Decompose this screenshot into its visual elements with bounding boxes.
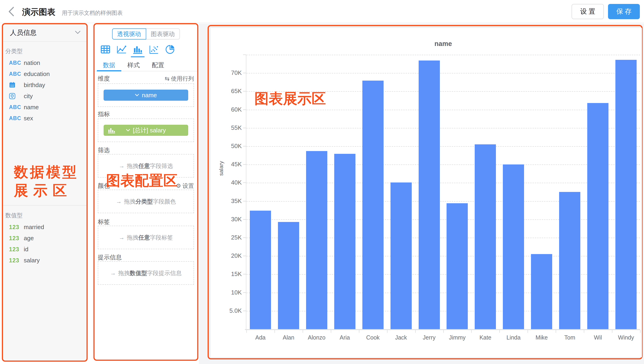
x-tick (302, 330, 303, 333)
field-item-education[interactable]: ABCeducation (3, 68, 86, 79)
mode-tab-透视驱动[interactable]: 透视驱动 (112, 28, 146, 40)
y-tick (243, 274, 246, 274)
field-name: education (24, 70, 50, 78)
use-row-col-action[interactable]: ⇆使用行列 (165, 75, 194, 82)
bar-Cook[interactable] (362, 81, 384, 329)
bar-Ada[interactable] (250, 211, 271, 329)
table-chart-icon[interactable] (100, 44, 111, 55)
top-header: 演示图表 用于演示文档的样例图表 设 置 保 存 (0, 0, 644, 23)
bar-Kate[interactable] (475, 144, 496, 329)
filter-dropzone[interactable]: →拖拽任意字段筛选 (98, 154, 194, 177)
calendar-icon (9, 82, 24, 88)
metric-dropzone[interactable]: [总计] salary (98, 118, 194, 142)
x-tick (443, 330, 444, 333)
field-item-city[interactable]: city (3, 91, 86, 102)
x-tick (274, 330, 275, 333)
metric-section-label: 指标 (98, 110, 110, 118)
mode-tab-图表驱动[interactable]: 图表驱动 (146, 28, 180, 40)
field-item-id[interactable]: 123id (3, 244, 86, 255)
bar-Jerry[interactable] (419, 61, 440, 329)
bar-Linda[interactable] (503, 164, 524, 329)
x-tick (528, 330, 528, 333)
bar-Jack[interactable] (390, 183, 412, 329)
arrow-right-icon: → (119, 163, 124, 169)
y-tick-label: 35K (210, 198, 242, 205)
chevron-down-icon (135, 94, 139, 97)
dimension-dropzone[interactable]: name (98, 83, 194, 107)
tab-数据[interactable]: 数据 (97, 59, 121, 71)
x-category-label: Kate (471, 334, 500, 341)
swap-icon: ⇆ (165, 75, 170, 82)
field-name: age (24, 235, 34, 242)
field-type-label: 数值型 (3, 206, 86, 222)
text-field-icon: ABC (9, 115, 24, 121)
page-subtitle: 用于演示文档的样例图表 (62, 9, 123, 17)
field-name: name (24, 104, 39, 111)
gridline (246, 55, 640, 55)
field-item-married[interactable]: 123married (3, 222, 86, 233)
color-dropzone[interactable]: →拖拽分类型字段颜色 (98, 190, 194, 213)
y-tick-label: 30K (210, 216, 242, 223)
bar-chart-icon[interactable] (132, 44, 144, 55)
dataset-selector[interactable]: 人员信息 (3, 24, 86, 42)
x-category-label: Jack (387, 334, 415, 341)
y-tick-label: 50K (210, 142, 242, 150)
field-item-age[interactable]: 123age (3, 233, 86, 244)
dimension-pill-name[interactable]: name (104, 90, 188, 101)
tab-配置[interactable]: 配置 (146, 59, 170, 71)
bar-Mike[interactable] (531, 254, 552, 329)
scatter-chart-icon[interactable] (148, 44, 160, 55)
pie-chart-icon[interactable] (164, 44, 176, 55)
x-category-label: Aria (331, 334, 359, 341)
field-name: birthday (24, 82, 45, 89)
bar-Alonzo[interactable] (306, 151, 327, 329)
field-item-name[interactable]: ABCname (3, 102, 86, 113)
back-icon[interactable] (7, 6, 16, 17)
field-item-nation[interactable]: ABCnation (3, 57, 86, 68)
numeric-field-icon: 123 (9, 224, 24, 231)
bar-Wil[interactable] (587, 103, 608, 329)
x-category-label: Mike (528, 334, 556, 341)
y-tick (243, 55, 246, 55)
bar-Jimmy[interactable] (446, 203, 468, 329)
numeric-field-icon: 123 (9, 257, 24, 264)
x-tick (415, 330, 416, 333)
bar-Tom[interactable] (559, 192, 580, 329)
y-tick (243, 109, 246, 110)
x-axis-line (245, 329, 640, 330)
line-chart-icon[interactable] (116, 44, 127, 55)
x-tick (500, 330, 500, 333)
tooltip-section-label: 提示信息 (98, 253, 122, 261)
x-tick (612, 330, 612, 333)
tab-样式[interactable]: 样式 (121, 59, 146, 71)
bar-Alan[interactable] (278, 222, 299, 329)
settings-button[interactable]: 设 置 (572, 4, 604, 19)
tooltip-dropzone[interactable]: →拖拽数值型字段提示信息 (98, 261, 194, 285)
field-type-label: 分类型 (3, 42, 86, 57)
x-tick (471, 330, 472, 333)
y-tick (243, 201, 246, 201)
y-tick (243, 164, 246, 165)
metric-pill-salary[interactable]: [总计] salary (104, 125, 188, 136)
arrow-right-icon: → (119, 234, 124, 241)
tag-section-label: 标签 (98, 218, 110, 226)
y-tick-label: 20K (210, 252, 242, 259)
gridline (246, 183, 640, 183)
color-settings-action[interactable]: ⚙设置 (176, 182, 194, 190)
chevron-down-icon (75, 31, 80, 35)
bar-Aria[interactable] (334, 154, 356, 329)
y-tick-label: 55K (210, 124, 242, 131)
field-item-salary[interactable]: 123salary (3, 255, 86, 266)
y-tick-label: 60K (210, 106, 242, 113)
field-section: 数值型123married123age123id123salary (3, 205, 86, 266)
field-name: id (24, 246, 28, 253)
bar-Windy[interactable] (616, 60, 636, 329)
field-item-sex[interactable]: ABCsex (3, 113, 86, 124)
y-tick (243, 146, 246, 146)
driver-mode-toggle: 透视驱动图表驱动 (112, 28, 180, 40)
y-tick-label: 5.0K (210, 307, 242, 314)
field-item-birthday[interactable]: birthday (3, 79, 86, 91)
tag-dropzone[interactable]: →拖拽任意字段标签 (98, 226, 194, 249)
chart-title: name (246, 40, 640, 48)
save-button[interactable]: 保 存 (608, 4, 640, 19)
